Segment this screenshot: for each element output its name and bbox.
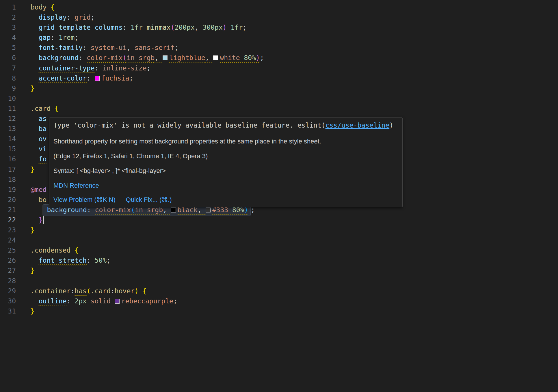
token: ; [243, 24, 247, 31]
code-line[interactable]: 3 grid-template-columns: 1fr minmax(200p… [0, 23, 558, 33]
color-value: rebeccapurple [115, 297, 173, 305]
view-problem-button[interactable]: View Problem (⌘K N) [53, 196, 116, 204]
token: color-mix [87, 54, 123, 61]
token [83, 54, 87, 61]
code-content: as [31, 114, 46, 124]
code-line[interactable]: 30 outline: 2px solid rebeccapurple; [0, 296, 558, 306]
token [199, 24, 203, 31]
line-number: 17 [0, 165, 16, 175]
line-number: 12 [0, 114, 16, 124]
token: , [127, 44, 131, 51]
token: : [79, 54, 83, 61]
code-line[interactable]: 29.container:has(.card:hover) { [0, 286, 558, 296]
line-number: 11 [0, 104, 16, 114]
token: , [205, 54, 209, 61]
token: ; [129, 74, 133, 82]
code-line[interactable]: 11.card { [0, 104, 558, 114]
code-content: ba [31, 124, 46, 134]
code-line[interactable]: 4 gap: 1rem; [0, 33, 558, 43]
line-number: 9 [0, 83, 16, 94]
line-number: 22 [0, 215, 16, 225]
color-swatch[interactable] [213, 55, 218, 60]
code-content: } [31, 83, 35, 94]
code-content: grid-template-columns: 1fr minmax(200px,… [31, 23, 247, 33]
token: ; [173, 297, 177, 305]
token [31, 135, 39, 143]
token: font-stretch [39, 257, 87, 264]
token [159, 54, 163, 61]
editor[interactable]: 1body {2 display: grid;3 grid-template-c… [0, 0, 558, 392]
token: bo [39, 196, 47, 204]
token: hover [115, 287, 135, 295]
token: 300px [203, 24, 223, 31]
token: { [143, 287, 147, 295]
code-line[interactable]: 28 [0, 276, 558, 286]
token [127, 24, 131, 31]
token: { [55, 105, 59, 112]
token: : [95, 64, 99, 72]
code-line[interactable]: 9} [0, 83, 558, 94]
code-line[interactable]: 26 font-stretch: 50%; [0, 255, 558, 266]
color-swatch[interactable] [206, 208, 211, 212]
color-swatch[interactable] [163, 55, 168, 60]
line-number: 16 [0, 154, 16, 164]
token: } [39, 216, 43, 224]
diagnostic-source-prefix: eslint( [297, 122, 326, 129]
token: ( [171, 24, 175, 31]
line-number: 2 [0, 12, 16, 23]
line-number: 14 [0, 134, 16, 144]
code-line[interactable]: 23} [0, 225, 558, 235]
token: : [111, 287, 115, 295]
token: outline [39, 297, 67, 305]
code-line[interactable]: 27} [0, 266, 558, 276]
token [111, 297, 115, 305]
token [31, 115, 39, 122]
color-swatch[interactable] [115, 299, 120, 304]
code-line[interactable]: 1body { [0, 2, 558, 12]
token [31, 44, 39, 51]
token [31, 24, 39, 31]
line-number: 26 [0, 255, 16, 266]
token [51, 105, 55, 112]
code-line[interactable]: 2 display: grid; [0, 12, 558, 23]
code-line[interactable]: 10 [0, 94, 558, 104]
code-content: .container:has(.card:hover) { [31, 286, 147, 296]
token: , [195, 24, 199, 31]
color-swatch[interactable] [95, 76, 100, 81]
docs-section: Shorthand property for setting most back… [49, 133, 402, 193]
code-line[interactable]: 6 background: color-mix(in srgb, lightbl… [0, 53, 558, 63]
token: ov [39, 135, 47, 143]
code-content: @med [31, 185, 46, 195]
token: : [67, 297, 71, 305]
code-line[interactable]: 7 container-type: inline-size; [0, 63, 558, 73]
eslint-rule-link[interactable]: css/use-baseline [326, 122, 390, 129]
token: ; [175, 44, 179, 51]
token [209, 54, 213, 61]
quick-fix-button[interactable]: Quick Fix... (⌘.) [126, 196, 172, 204]
line-number: 19 [0, 185, 16, 195]
line-number: 1 [0, 2, 16, 12]
token: ; [91, 14, 95, 21]
line-number: 31 [0, 306, 16, 316]
token: sans-serif [135, 44, 174, 51]
token: 2px [75, 297, 87, 305]
token [31, 64, 39, 72]
token: : [51, 34, 55, 41]
color-swatch[interactable] [171, 208, 176, 212]
code-line[interactable]: 5 font-family: system-ui, sans-serif; [0, 43, 558, 53]
token: font-family [39, 44, 83, 51]
code-content: } [31, 225, 35, 235]
token: has [75, 287, 87, 295]
code-line[interactable]: 22 } [0, 215, 558, 225]
token: minmax [147, 24, 171, 31]
mdn-reference-link[interactable]: MDN Reference [53, 182, 99, 189]
code-line[interactable]: 8 accent-color: fuchsia; [0, 73, 558, 83]
code-content: gap: 1rem; [31, 33, 79, 43]
line-number: 4 [0, 33, 16, 43]
line-number: 28 [0, 276, 16, 286]
code-line[interactable]: 25.condensed { [0, 245, 558, 255]
code-line[interactable]: 31} [0, 306, 558, 316]
token: : [87, 257, 91, 264]
token: .condensed [31, 247, 70, 254]
code-line[interactable]: 24 [0, 235, 558, 245]
